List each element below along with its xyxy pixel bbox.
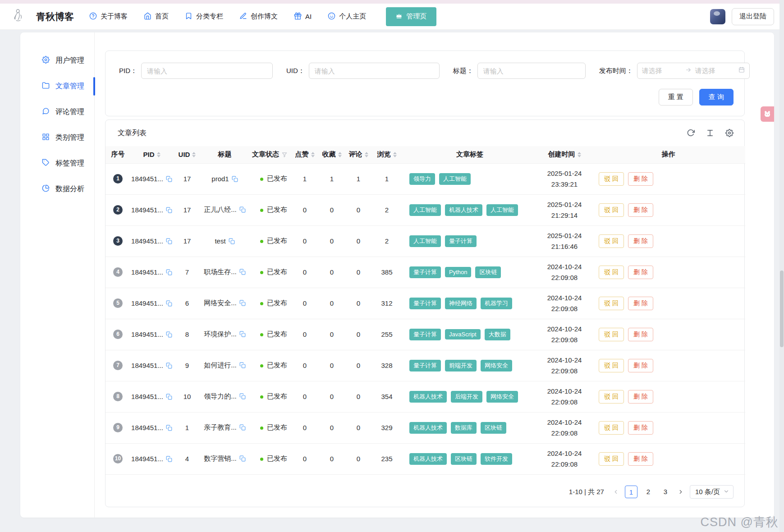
- admin-page-button[interactable]: 管理页: [386, 7, 436, 26]
- cell-likes: 0: [291, 381, 318, 412]
- copy-icon[interactable]: [239, 362, 246, 368]
- article-tag: 区块链: [475, 266, 501, 278]
- copy-icon[interactable]: [166, 394, 172, 400]
- copy-icon[interactable]: [166, 207, 172, 213]
- sidebar-item-users[interactable]: 用户管理: [20, 48, 94, 73]
- settings-icon[interactable]: [725, 129, 734, 137]
- cell-pid: 1849451...: [130, 288, 173, 319]
- copy-icon[interactable]: [166, 176, 172, 182]
- nav-item-about[interactable]: 关于博客: [89, 12, 128, 21]
- copy-icon[interactable]: [166, 269, 172, 275]
- sort-carets-icon[interactable]: [311, 152, 315, 157]
- refresh-icon[interactable]: [687, 129, 695, 137]
- cell-favorites: 0: [318, 412, 345, 443]
- created-date: 2024-10-24: [537, 448, 591, 459]
- pid-value: 1849451...: [131, 455, 163, 463]
- reject-button[interactable]: 驳 回: [599, 452, 624, 466]
- copy-icon[interactable]: [239, 455, 246, 462]
- delete-button[interactable]: 删 除: [628, 390, 653, 404]
- sidebar-item-articles[interactable]: 文章管理: [20, 73, 94, 99]
- sidebar-item-comments[interactable]: 评论管理: [20, 99, 94, 125]
- reject-button[interactable]: 驳 回: [599, 328, 624, 341]
- cell-tags: 机器人技术数据库区块链: [402, 412, 537, 443]
- reject-button[interactable]: 驳 回: [599, 297, 624, 310]
- logout-button[interactable]: 退出登陆: [732, 8, 774, 25]
- nav-item-home[interactable]: 首页: [144, 12, 169, 21]
- delete-button[interactable]: 删 除: [628, 421, 653, 435]
- filter-funnel-icon[interactable]: [281, 151, 288, 158]
- tag-icon: [42, 159, 50, 168]
- delete-button[interactable]: 删 除: [628, 234, 653, 248]
- cell-likes: 0: [291, 412, 318, 443]
- table-row: 61849451...8环境保护...已发布000255量子计算JavaScri…: [105, 319, 745, 350]
- nav-item-ai[interactable]: AI: [294, 12, 312, 21]
- copy-icon[interactable]: [239, 424, 246, 431]
- sort-carets-icon[interactable]: [157, 152, 160, 157]
- copy-icon[interactable]: [232, 176, 238, 182]
- scrollbar-thumb[interactable]: [780, 271, 784, 347]
- reject-button[interactable]: 驳 回: [599, 203, 624, 217]
- sidebar-item-categories[interactable]: 类别管理: [20, 125, 94, 151]
- pid-input[interactable]: [141, 63, 273, 79]
- reject-button[interactable]: 驳 回: [599, 421, 624, 435]
- query-button[interactable]: 查 询: [699, 89, 734, 105]
- sort-carets-icon[interactable]: [393, 152, 397, 157]
- copy-icon[interactable]: [239, 206, 246, 213]
- copy-icon[interactable]: [239, 393, 246, 399]
- copy-icon[interactable]: [166, 362, 172, 369]
- next-page-icon[interactable]: [678, 489, 684, 495]
- cell-status: 已发布: [248, 288, 291, 319]
- status-label: 已发布: [267, 423, 287, 431]
- date-range-picker[interactable]: 请选择 请选择: [637, 63, 750, 79]
- reset-button[interactable]: 重 置: [659, 89, 693, 105]
- delete-button[interactable]: 删 除: [628, 203, 653, 217]
- rank-badge: 4: [113, 267, 123, 277]
- copy-icon[interactable]: [239, 269, 246, 275]
- reject-button[interactable]: 驳 回: [599, 266, 624, 279]
- copy-icon[interactable]: [239, 331, 246, 337]
- copy-icon[interactable]: [166, 331, 172, 338]
- page-number-3[interactable]: 3: [659, 486, 672, 498]
- delete-button[interactable]: 删 除: [628, 359, 653, 372]
- title-input[interactable]: [477, 63, 586, 79]
- delete-button[interactable]: 删 除: [628, 328, 653, 341]
- cell-pid: 1849451...: [130, 443, 173, 474]
- copy-icon[interactable]: [166, 238, 172, 244]
- delete-button[interactable]: 删 除: [628, 297, 653, 310]
- copy-icon[interactable]: [229, 238, 235, 244]
- sort-carets-icon[interactable]: [578, 152, 581, 157]
- reject-button[interactable]: 驳 回: [599, 172, 624, 186]
- avatar[interactable]: [710, 9, 725, 24]
- table-row: 51849451...6网络安全...已发布000312量子计算神经网络机器学习…: [105, 288, 745, 319]
- density-icon[interactable]: [706, 129, 714, 137]
- page-number-1[interactable]: 1: [625, 486, 637, 498]
- nav-item-categories[interactable]: 分类专栏: [185, 12, 223, 21]
- cell-actions: 驳 回删 除: [591, 163, 745, 194]
- copy-icon[interactable]: [166, 425, 172, 431]
- copy-icon[interactable]: [166, 456, 172, 462]
- sidebar-item-analytics[interactable]: 数据分析: [20, 176, 94, 202]
- nav-item-write[interactable]: 创作博文: [239, 12, 278, 21]
- copy-icon[interactable]: [166, 300, 172, 307]
- delete-button[interactable]: 删 除: [628, 452, 653, 466]
- pid-value: 1849451...: [131, 268, 163, 276]
- reject-button[interactable]: 驳 回: [599, 390, 624, 404]
- uid-input[interactable]: [309, 63, 440, 79]
- sort-carets-icon[interactable]: [338, 152, 342, 157]
- column-header: 点赞: [291, 146, 318, 163]
- sort-carets-icon[interactable]: [192, 152, 196, 157]
- sidebar-item-tags[interactable]: 标签管理: [20, 151, 94, 176]
- status-dot: [260, 209, 263, 212]
- sort-carets-icon[interactable]: [365, 152, 368, 157]
- delete-button[interactable]: 删 除: [628, 266, 653, 279]
- page-size-select[interactable]: 10 条/页: [690, 485, 734, 499]
- prev-page-icon[interactable]: [613, 489, 619, 495]
- delete-button[interactable]: 删 除: [628, 172, 653, 186]
- nav-item-profile[interactable]: 个人主页: [328, 12, 366, 21]
- cell-status: 已发布: [248, 257, 291, 288]
- reject-button[interactable]: 驳 回: [599, 234, 624, 248]
- copy-icon[interactable]: [239, 300, 246, 306]
- floating-widget[interactable]: [761, 106, 774, 122]
- reject-button[interactable]: 驳 回: [599, 359, 624, 372]
- page-number-2[interactable]: 2: [642, 486, 655, 498]
